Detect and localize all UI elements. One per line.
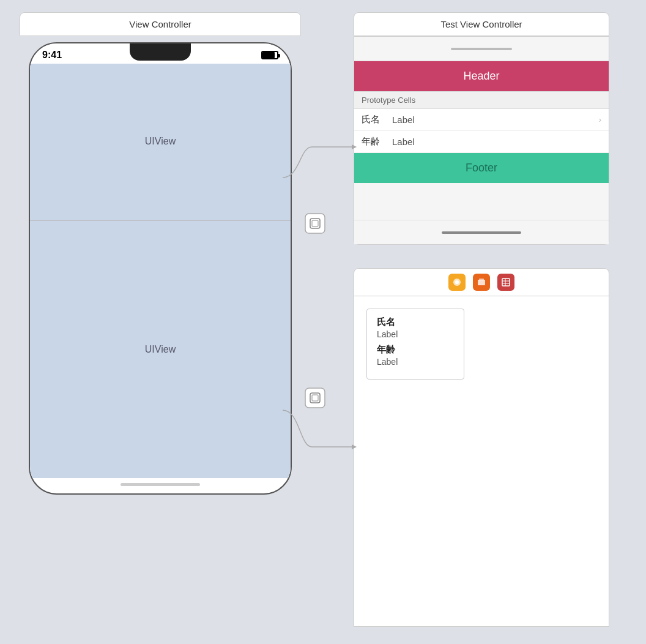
uiview-bottom: UIView <box>30 221 291 478</box>
phone-notch <box>130 43 191 61</box>
tv-footer: Footer <box>354 153 609 183</box>
right-panel-bottom: 氏名 Label 年齢 Label <box>354 268 609 627</box>
cell-preview-key-2: 年齢 <box>377 344 454 356</box>
cell-preview-value-1: Label <box>377 329 454 339</box>
uiview-top: UIView <box>30 62 291 221</box>
yellow-circle-icon <box>452 277 462 287</box>
svg-rect-11 <box>310 219 320 228</box>
cell-key-1: 氏名 <box>362 114 386 125</box>
chevron-icon: › <box>599 115 601 124</box>
table-row-1[interactable]: 氏名 Label › <box>354 109 609 131</box>
svg-rect-2 <box>478 280 485 285</box>
right-panel-top-title: Test View Controller <box>354 12 609 36</box>
cell-preview-value-2: Label <box>377 357 454 367</box>
home-indicator <box>121 483 200 486</box>
inspector-icon-orange[interactable] <box>473 274 490 291</box>
cell-key-2: 年齢 <box>362 136 386 148</box>
svg-rect-3 <box>479 279 484 280</box>
cell-preview-box: 氏名 Label 年齢 Label <box>366 309 464 380</box>
tv-scroll-bottom-bar <box>442 231 521 234</box>
tableview-frame: Header Prototype Cells 氏名 Label › 年齢 Lab… <box>354 36 609 245</box>
svg-rect-12 <box>312 220 318 227</box>
svg-point-1 <box>455 280 459 284</box>
svg-rect-10 <box>305 214 325 233</box>
cell-value-2: Label <box>392 137 415 147</box>
left-panel-title: View Controller <box>20 12 301 36</box>
right-panel-top: Test View Controller Header Prototype Ce… <box>354 12 609 245</box>
svg-rect-15 <box>305 388 325 408</box>
phone-battery-icon <box>261 51 278 59</box>
inspector-icon-red[interactable] <box>497 274 514 291</box>
cell-preview-key-1: 氏名 <box>377 316 454 328</box>
tv-scroll-top-bar <box>451 48 512 50</box>
cell-preview-area: 氏名 Label 年齢 Label <box>354 296 609 627</box>
inspector-bar <box>354 268 609 296</box>
left-panel: View Controller 9:41 UIView UIView <box>20 12 301 495</box>
red-table-icon <box>501 277 511 287</box>
tv-footer-area <box>354 183 609 220</box>
phone-body: UIView UIView <box>30 62 291 478</box>
orange-box-icon <box>477 277 486 287</box>
phone-frame: 9:41 UIView UIView <box>29 42 292 495</box>
tv-scroll-bottom <box>354 220 609 244</box>
cell-value-1: Label <box>392 114 415 125</box>
tv-scroll-top <box>354 37 609 61</box>
inspector-icon-yellow[interactable] <box>448 274 466 291</box>
svg-rect-4 <box>502 279 510 286</box>
tv-header: Header <box>354 61 609 91</box>
table-row-2[interactable]: 年齢 Label <box>354 131 609 153</box>
svg-rect-16 <box>310 393 320 403</box>
svg-rect-17 <box>312 395 318 401</box>
tv-prototype-label: Prototype Cells <box>354 91 609 109</box>
phone-time: 9:41 <box>42 50 62 61</box>
